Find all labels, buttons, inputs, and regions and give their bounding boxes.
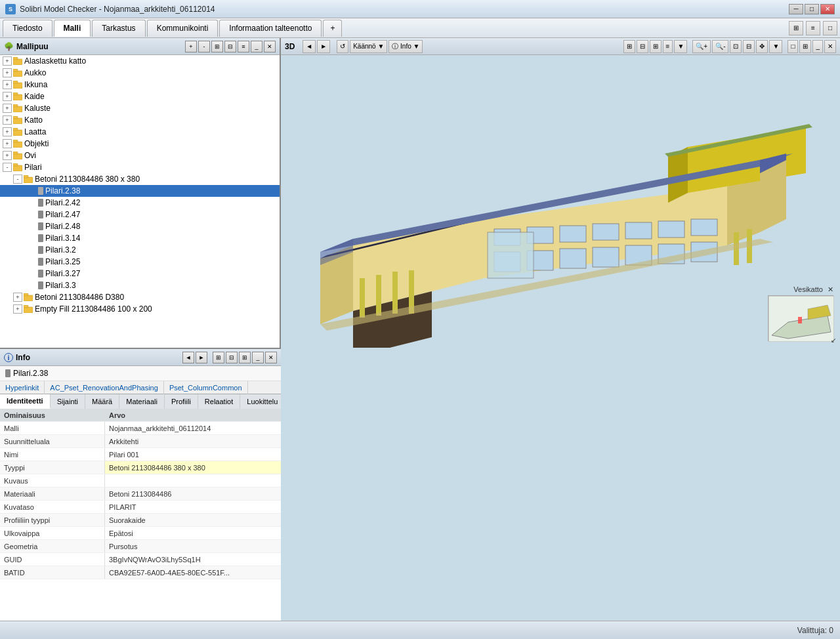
view-icon-7[interactable]: □ bbox=[788, 40, 798, 53]
tree-item-pilari[interactable]: - Pilari bbox=[0, 161, 280, 173]
tree-item-pilari-314[interactable]: Pilari.3.14 bbox=[0, 232, 280, 244]
expander-pilari[interactable]: - bbox=[3, 163, 12, 172]
tree-item-betoni-d380[interactable]: + Betoni 2113084486 D380 bbox=[0, 291, 280, 303]
view-icon-5[interactable]: ▼ bbox=[674, 40, 687, 53]
zoom-out-button[interactable]: 🔍- bbox=[712, 40, 728, 53]
maximize-button[interactable]: □ bbox=[805, 4, 819, 14]
view-icon-4[interactable]: ≡ bbox=[663, 40, 673, 53]
hyperlink-ac-pset[interactable]: AC_Pset_RenovationAndPhasing bbox=[45, 381, 164, 394]
tool-grid[interactable]: ⊞ bbox=[211, 41, 223, 52]
info-tool-close[interactable]: ✕ bbox=[265, 352, 277, 363]
tree-item-pilari-33[interactable]: Pilari.3.3 bbox=[0, 279, 280, 291]
close-button[interactable]: ✕ bbox=[820, 4, 835, 14]
zoom-box-button[interactable]: ⊟ bbox=[743, 40, 755, 53]
tree-item-alaslaskettu[interactable]: + Alaslaskettu katto bbox=[0, 55, 280, 67]
zoom-in-button[interactable]: 🔍+ bbox=[692, 40, 711, 53]
expander-kaluste[interactable]: + bbox=[3, 104, 12, 113]
tree-item-aukko[interactable]: + Aukko bbox=[0, 67, 280, 79]
view-icon-9[interactable]: _ bbox=[812, 40, 823, 53]
refresh-button[interactable]: ↺ bbox=[337, 40, 348, 53]
hyperlink-pset-column[interactable]: Pset_ColumnCommon bbox=[164, 381, 248, 394]
expander-betoni-380[interactable]: - bbox=[13, 175, 22, 184]
expander-ikkuna[interactable]: + bbox=[3, 80, 12, 89]
tab-relaatiot[interactable]: Relaatiot bbox=[198, 394, 240, 409]
view-icon-3[interactable]: ⊞ bbox=[650, 40, 662, 53]
tree-item-kaide[interactable]: + Kaide bbox=[0, 91, 280, 102]
tree-item-pilari-248[interactable]: Pilari.2.48 bbox=[0, 220, 280, 232]
expander-katto[interactable]: + bbox=[3, 115, 12, 125]
expander-betoni-d380[interactable]: + bbox=[13, 293, 22, 302]
view-3d[interactable]: Vesikatto ✕ ↙ bbox=[281, 55, 840, 348]
expander-aukko[interactable]: + bbox=[3, 68, 12, 77]
toolbar-icon-3[interactable]: □ bbox=[823, 21, 837, 35]
menu-tab-plus[interactable]: + bbox=[323, 20, 342, 37]
tool-filter[interactable]: ⊟ bbox=[224, 41, 236, 52]
view-icon-2[interactable]: ⊟ bbox=[637, 40, 648, 53]
view-icon-10[interactable]: ✕ bbox=[824, 40, 836, 53]
tab-identiteetti[interactable]: Identiteetti bbox=[0, 394, 51, 409]
expander-empty-fill[interactable]: + bbox=[13, 304, 22, 314]
tree-item-pilari-32[interactable]: Pilari.3.2 bbox=[0, 244, 280, 256]
tree-item-pilari-247[interactable]: Pilari.2.47 bbox=[0, 209, 280, 220]
view-icon-8[interactable]: ⊞ bbox=[799, 40, 811, 53]
expander-kaide[interactable]: + bbox=[3, 92, 12, 101]
info-tool-2[interactable]: ⊟ bbox=[226, 352, 238, 363]
svg-rect-4 bbox=[13, 83, 22, 89]
svg-rect-46 bbox=[488, 232, 534, 278]
expander-objekti[interactable]: + bbox=[3, 139, 12, 148]
menu-tab-tiedosto[interactable]: Tiedosto bbox=[3, 20, 52, 37]
hyperlink-hyperlinkit[interactable]: Hyperlinkit bbox=[0, 381, 45, 394]
tab-materiaali[interactable]: Materiaali bbox=[119, 394, 165, 409]
expander-laatta[interactable]: + bbox=[3, 127, 12, 136]
tree-item-pilari-327[interactable]: Pilari.3.27 bbox=[0, 268, 280, 279]
menu-tab-malli[interactable]: Malli bbox=[54, 20, 91, 37]
minimap-close-icon[interactable]: ✕ bbox=[828, 285, 833, 293]
pan-button[interactable]: ✥ bbox=[756, 40, 768, 53]
tool-expand-all[interactable]: + bbox=[185, 41, 197, 52]
menu-tab-informaatio[interactable]: Informaation talteenotto bbox=[219, 20, 322, 37]
tool-minimize[interactable]: _ bbox=[251, 41, 262, 52]
rotation-button[interactable]: Käännö ▼ bbox=[350, 40, 387, 53]
tab-sijainti[interactable]: Sijainti bbox=[51, 394, 85, 409]
tab-profiili[interactable]: Profiili bbox=[165, 394, 198, 409]
tree-item-objekti[interactable]: + Objekti bbox=[0, 138, 280, 150]
tree-container[interactable]: + Alaslaskettu katto + Aukko + bbox=[0, 55, 280, 348]
tree-item-pilari-325[interactable]: Pilari.3.25 bbox=[0, 256, 280, 268]
info-nav-forward[interactable]: ► bbox=[196, 352, 207, 363]
expander-alaslaskettu[interactable]: + bbox=[3, 56, 12, 66]
view-icon-6[interactable]: ▼ bbox=[769, 40, 782, 53]
expander-ovi[interactable]: + bbox=[3, 151, 12, 160]
tree-item-betoni-380[interactable]: - Betoni 2113084486 380 x 380 bbox=[0, 173, 280, 185]
tool-collapse-all[interactable]: - bbox=[198, 41, 210, 52]
tool-settings[interactable]: ≡ bbox=[238, 41, 249, 52]
info-tool-1[interactable]: ⊞ bbox=[213, 352, 224, 363]
tab-luokittelu[interactable]: Luokittelu bbox=[240, 394, 285, 409]
view-icon-1[interactable]: ⊞ bbox=[623, 40, 635, 53]
tree-item-kaluste[interactable]: + Kaluste bbox=[0, 102, 280, 114]
minimize-button[interactable]: ─ bbox=[789, 4, 803, 14]
nav-forward-button[interactable]: ► bbox=[317, 40, 330, 53]
minimap-expand-button[interactable]: ↙ bbox=[831, 337, 836, 344]
zoom-fit-button[interactable]: ⊡ bbox=[730, 40, 742, 53]
tree-item-ikkuna[interactable]: + Ikkuna bbox=[0, 79, 280, 91]
info-tool-3[interactable]: ⊞ bbox=[239, 352, 251, 363]
info-nav-back[interactable]: ◄ bbox=[182, 352, 194, 363]
info-button[interactable]: ⓘ Info ▼ bbox=[388, 40, 423, 53]
toolbar-icon-1[interactable]: ⊞ bbox=[789, 21, 803, 35]
tree-item-empty-fill[interactable]: + Empty Fill 2113084486 100 x 200 bbox=[0, 303, 280, 315]
tool-close-panel[interactable]: ✕ bbox=[264, 41, 276, 52]
nav-back-button[interactable]: ◄ bbox=[303, 40, 316, 53]
tree-item-katto[interactable]: + Katto bbox=[0, 114, 280, 126]
tree-item-ovi[interactable]: + Ovi bbox=[0, 150, 280, 161]
menu-tab-kommunikointi[interactable]: Kommunikointi bbox=[147, 20, 219, 37]
tree-item-pilari-242[interactable]: Pilari.2.42 bbox=[0, 197, 280, 209]
left-panel: 🌳 Mallipuu + - ⊞ ⊟ ≡ _ ✕ + bbox=[0, 38, 281, 348]
tree-item-laatta[interactable]: + Laatta bbox=[0, 126, 280, 138]
tab-maara[interactable]: Määrä bbox=[85, 394, 119, 409]
tree-item-pilari-238[interactable]: Pilari.2.38 bbox=[0, 185, 280, 197]
menu-tab-tarkastus[interactable]: Tarkastus bbox=[92, 20, 145, 37]
minimap[interactable] bbox=[768, 295, 833, 341]
toolbar-icon-2[interactable]: ≡ bbox=[806, 21, 820, 35]
info-tool-minimize[interactable]: _ bbox=[252, 352, 264, 363]
label-pilari-242: Pilari.2.42 bbox=[45, 198, 80, 207]
